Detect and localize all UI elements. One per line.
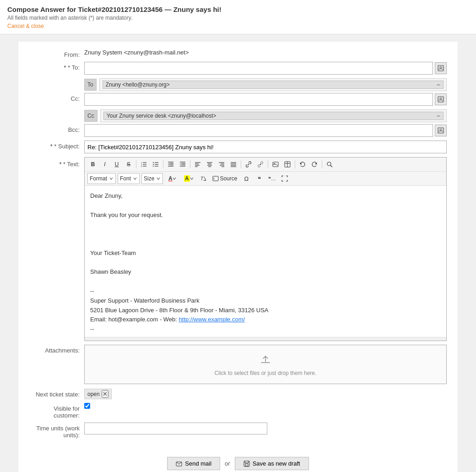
editor-resize-handle[interactable]: [85, 337, 446, 341]
cc-tag-label: Cc: [84, 110, 97, 122]
toolbar-sep-4: [241, 160, 241, 168]
form-footer: Send mail or Save as new draft: [29, 450, 447, 470]
link-btn[interactable]: [243, 159, 254, 169]
fullscreen-icon: [281, 175, 288, 182]
align-center-btn[interactable]: [204, 159, 215, 169]
italic-btn[interactable]: I: [99, 159, 110, 169]
chevron-down-icon-fc: [173, 177, 176, 180]
undo-btn[interactable]: [297, 159, 308, 169]
more-quote-btn[interactable]: ❝…: [266, 174, 277, 184]
clear-format-btn[interactable]: T: [198, 174, 209, 184]
justify-icon: [230, 161, 237, 168]
decrease-indent-btn[interactable]: [165, 159, 176, 169]
editor-line-6: Super Support - Waterford Business Park: [90, 296, 441, 306]
editor-line-9: --: [90, 325, 441, 334]
align-center-icon: [206, 161, 213, 168]
to-tag-remove-btn[interactable]: −: [437, 81, 440, 88]
to-tag-container: Znuny <hello@znuny.org> −: [99, 78, 447, 91]
unlink-icon: [257, 161, 264, 168]
save-icon: [243, 461, 250, 467]
search-btn[interactable]: [324, 159, 335, 169]
underline-btn[interactable]: U: [111, 159, 122, 169]
cc-label: Cc:: [29, 93, 84, 102]
to-tag-wrapper: To Znuny <hello@znuny.org> −: [84, 78, 447, 91]
bg-color-btn[interactable]: A: [181, 174, 196, 184]
fullscreen-btn[interactable]: [279, 174, 290, 184]
image-btn[interactable]: [270, 159, 281, 169]
editor-toolbar-1: B I U S 123: [85, 157, 446, 172]
editor-link[interactable]: http://www.example.com/: [179, 316, 245, 323]
image-icon: [272, 161, 279, 168]
ordered-list-btn[interactable]: 123: [138, 159, 149, 169]
editor-line-1: Dear Znuny,: [90, 191, 441, 201]
svg-line-50: [330, 165, 332, 167]
editor-line-4: Shawn Beasley: [90, 267, 441, 277]
text-row: * Text: B I U S 123: [29, 157, 447, 341]
from-row: From: Znuny System <znuny@trash-mail.net…: [29, 49, 447, 58]
toolbar-sep-6: [295, 160, 295, 168]
save-draft-label: Save as new draft: [253, 460, 300, 467]
font-dropdown[interactable]: Font: [118, 173, 140, 184]
font-color-btn[interactable]: A: [165, 174, 179, 184]
chevron-down-icon-bc: [190, 177, 194, 180]
quote-btn[interactable]: ❝: [254, 174, 265, 184]
format-label: Format: [90, 175, 107, 182]
save-draft-button[interactable]: Save as new draft: [235, 457, 309, 470]
bcc-label: Bcc:: [29, 124, 84, 133]
address-book-icon-cc: [438, 96, 444, 103]
to-input[interactable]: [84, 62, 433, 75]
align-left-btn[interactable]: [192, 159, 203, 169]
time-units-label: Time units (work units):: [29, 423, 84, 439]
editor-content-area[interactable]: Dear Znuny, Thank you for your request. …: [85, 186, 446, 337]
from-field: Znuny System <znuny@trash-mail.net>: [84, 49, 447, 56]
compose-form: From: Znuny System <znuny@trash-mail.net…: [18, 42, 458, 472]
attachments-dropzone[interactable]: Click to select files or just drop them …: [84, 345, 447, 384]
time-units-row: Time units (work units):: [29, 423, 447, 439]
editor-line-spacer6: [90, 277, 441, 287]
table-icon: [284, 161, 291, 168]
search-icon: [326, 161, 333, 168]
toolbar-sep-5: [268, 160, 268, 168]
cancel-close-link[interactable]: Cancel & close: [7, 23, 44, 29]
svg-point-49: [327, 162, 331, 166]
cc-address-book-btn[interactable]: [435, 93, 447, 105]
editor-scroll-wrapper: Dear Znuny, Thank you for your request. …: [85, 186, 446, 337]
bcc-input[interactable]: [84, 124, 433, 137]
unlink-btn[interactable]: [255, 159, 266, 169]
visible-checkbox[interactable]: [84, 403, 90, 409]
to-address-book-btn[interactable]: [435, 62, 447, 74]
bold-btn[interactable]: B: [87, 159, 98, 169]
redo-btn[interactable]: [309, 159, 320, 169]
decrease-indent-icon: [168, 161, 174, 168]
cc-tag-remove-btn[interactable]: −: [437, 113, 440, 119]
cc-input[interactable]: [84, 93, 433, 106]
format-dropdown[interactable]: Format: [87, 173, 116, 184]
font-label: Font: [120, 175, 131, 182]
justify-btn[interactable]: [228, 159, 239, 169]
subject-input[interactable]: [84, 141, 447, 153]
state-tag-remove-btn[interactable]: ✕: [102, 390, 108, 398]
redo-icon: [311, 161, 318, 168]
envelope-icon: [176, 461, 182, 467]
page-title: Compose Answer for Ticket#20210127101234…: [7, 5, 469, 13]
time-units-input[interactable]: [84, 423, 267, 434]
size-label: Size: [144, 175, 154, 182]
table-btn[interactable]: [282, 159, 293, 169]
editor-line-8: Email: hot@example.com - Web: http://www…: [90, 315, 441, 325]
send-mail-button[interactable]: Send mail: [167, 457, 220, 470]
editor-line-spacer5: [90, 258, 441, 268]
bcc-address-book-btn[interactable]: [435, 125, 447, 136]
source-btn[interactable]: ⎘ Source: [211, 174, 239, 184]
strikethrough-btn[interactable]: S: [123, 159, 134, 169]
unordered-list-btn[interactable]: [150, 159, 161, 169]
upload-arrow-icon: [259, 353, 272, 365]
align-right-btn[interactable]: [216, 159, 227, 169]
size-dropdown[interactable]: Size: [141, 173, 163, 184]
subject-label: * Subject:: [29, 141, 84, 150]
increase-indent-btn[interactable]: [177, 159, 188, 169]
to-field: [84, 62, 447, 75]
attachments-row: Attachments: Click to select files or ju…: [29, 345, 447, 384]
special-char-btn[interactable]: Ω: [241, 174, 252, 184]
editor-line-5: --: [90, 287, 441, 296]
chevron-down-icon-size: [156, 176, 161, 181]
